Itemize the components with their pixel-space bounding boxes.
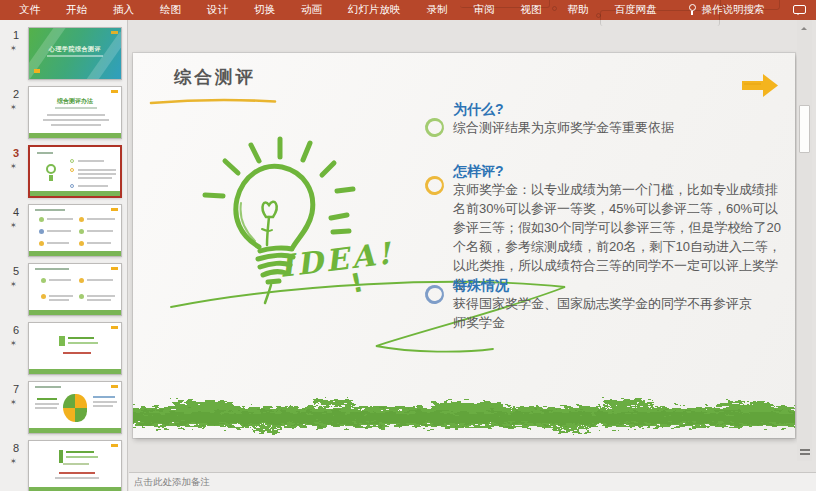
slide-thumbnail-3-selected[interactable]: [28, 145, 122, 198]
animation-star-icon: ✶: [10, 457, 17, 466]
svg-text:!: !: [348, 267, 366, 299]
section-why[interactable]: 为什么? 综合测评结果为京师奖学金等重要依据: [425, 101, 790, 137]
section-special[interactable]: 特殊情况 获得国家奖学金、国家励志奖学金的同学不再参评京师奖学金: [425, 277, 790, 332]
idea-label: IDEA!: [278, 235, 396, 284]
section-body: 获得国家奖学金、国家励志奖学金的同学不再参评京师奖学金: [453, 294, 755, 332]
gold-ring-icon: [423, 174, 446, 197]
animation-star-icon: ✶: [10, 44, 17, 53]
tab-transitions[interactable]: 切换: [241, 0, 288, 20]
section-heading: 为什么?: [453, 101, 790, 118]
vertical-scrollbar[interactable]: [797, 20, 812, 461]
thumbnail-preview: 心理学院综合测评: [29, 28, 121, 79]
tell-me-search-label: 操作说明搜索: [702, 3, 765, 17]
tab-home[interactable]: 开始: [53, 0, 100, 20]
thumbnail-row-7: 7 ✶: [0, 381, 128, 434]
slide-number: 8: [8, 442, 24, 454]
ribbon-bar: 文件 开始 插入 绘图 设计 切换 动画 幻灯片放映 录制 审阅 视图 帮助 百…: [0, 0, 816, 20]
slide-title[interactable]: 综合测评: [174, 65, 256, 89]
blue-ring-icon: [423, 283, 446, 306]
animation-star-icon: ✶: [10, 103, 17, 112]
thumbnail-row-8: 8 ✶: [0, 440, 128, 491]
section-heading: 特殊情况: [453, 277, 790, 294]
slide-thumbnail-4[interactable]: [28, 204, 122, 257]
thumbnail-title: 综合测评办法: [29, 97, 121, 106]
section-heading: 怎样评?: [453, 163, 790, 180]
animation-star-icon: ✶: [10, 221, 17, 230]
section-body: 综合测评结果为京师奖学金等重要依据: [453, 118, 790, 137]
slide-thumbnail-7[interactable]: [28, 381, 122, 434]
tab-record[interactable]: 录制: [414, 0, 461, 20]
slide-thumbnail-5[interactable]: [28, 263, 122, 316]
slide-number: 3: [8, 147, 24, 159]
thumbnail-grass: [29, 251, 121, 256]
thumbnail-row-1: 1 ✶ 心理学院综合测评: [0, 27, 128, 80]
slide-thumbnail-2[interactable]: 综合测评办法: [28, 86, 122, 139]
next-slide-button[interactable]: [799, 447, 811, 457]
notes-pane[interactable]: 点击此处添加备注: [129, 473, 816, 491]
thumbnail-grass: [29, 428, 121, 433]
tab-animations[interactable]: 动画: [288, 0, 335, 20]
title-underline-stroke: [149, 97, 277, 106]
tab-design[interactable]: 设计: [194, 0, 241, 20]
thumbnail-row-5: 5 ✶: [0, 263, 128, 316]
scrollbar-thumb[interactable]: [799, 105, 810, 153]
animation-star-icon: ✶: [10, 398, 17, 407]
tab-help[interactable]: 帮助: [555, 0, 602, 20]
thumbnail-row-6: 6 ✶: [0, 322, 128, 375]
thumbnail-grass: [29, 369, 121, 374]
tab-file[interactable]: 文件: [6, 0, 53, 20]
animation-star-icon: ✶: [10, 280, 17, 289]
tab-slideshow[interactable]: 幻灯片放映: [335, 0, 414, 20]
thumbnail-grass: [30, 191, 120, 196]
slide-thumbnail-6[interactable]: [28, 322, 122, 375]
next-arrow-shape[interactable]: [741, 71, 779, 99]
head-silhouette-graphic: [63, 394, 87, 422]
thumbnail-grass: [29, 487, 121, 491]
lightbulb-icon: [688, 4, 697, 16]
section-how[interactable]: 怎样评? 京师奖学金：以专业成绩为第一个门槛，比如专业成绩排名前30%可以参评一…: [425, 163, 790, 294]
comments-icon[interactable]: [793, 5, 806, 14]
thumbnail-grass: [29, 310, 121, 315]
editing-workspace: 综合测评: [129, 20, 797, 472]
slide-thumbnail-8[interactable]: [28, 440, 122, 491]
thumbnail-grass: [29, 133, 121, 138]
slide-thumbnail-panel: 1 ✶ 心理学院综合测评 2 ✶ 综合测评办法: [0, 20, 128, 491]
slide-number: 4: [8, 206, 24, 218]
slide-number: 5: [8, 265, 24, 277]
thumbnail-row-4: 4 ✶: [0, 204, 128, 257]
tell-me-search[interactable]: 操作说明搜索: [688, 3, 765, 17]
scroll-up-arrow-icon[interactable]: [801, 24, 807, 30]
thumbnail-row-3: 3 ✶: [0, 145, 128, 198]
slide-canvas[interactable]: 综合测评: [133, 53, 795, 438]
slide-number: 7: [8, 383, 24, 395]
powerpoint-window: 文件 开始 插入 绘图 设计 切换 动画 幻灯片放映 录制 审阅 视图 帮助 百…: [0, 0, 816, 491]
thumbnail-row-2: 2 ✶ 综合测评办法: [0, 86, 128, 139]
grass-band-graphic: [133, 395, 795, 438]
animation-star-icon: ✶: [10, 162, 17, 171]
tab-insert[interactable]: 插入: [100, 0, 147, 20]
ribbon-tabs: 文件 开始 插入 绘图 设计 切换 动画 幻灯片放映 录制 审阅 视图 帮助 百…: [0, 0, 670, 20]
tab-draw[interactable]: 绘图: [147, 0, 194, 20]
slide-thumbnail-1[interactable]: 心理学院综合测评: [28, 27, 122, 80]
tab-view[interactable]: 视图: [508, 0, 555, 20]
animation-star-icon: ✶: [10, 339, 17, 348]
tab-review[interactable]: 审阅: [461, 0, 508, 20]
slide-number: 2: [8, 88, 24, 100]
slide-number: 1: [8, 29, 24, 41]
tab-baidu-netdisk[interactable]: 百度网盘: [602, 0, 670, 20]
notes-placeholder: 点击此处添加备注: [134, 476, 210, 487]
slide-number: 6: [8, 324, 24, 336]
green-ring-icon: [423, 116, 446, 139]
